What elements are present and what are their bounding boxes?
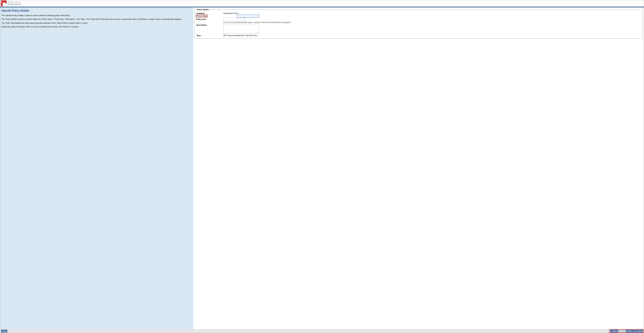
policy-manager-logo-icon xyxy=(1,0,6,6)
cancel-button[interactable]: Cancel xyxy=(635,330,643,332)
policy-details-fieldset: Policy Details Category: Operational Pol… xyxy=(195,8,642,38)
next-button[interactable]: Next > xyxy=(618,330,626,332)
row-type: Type: API Consumer Application Security … xyxy=(196,34,641,36)
back-button[interactable]: < Back xyxy=(610,330,618,332)
label-category: Category: xyxy=(196,12,223,14)
label-policy-key: Policy Key: xyxy=(196,18,223,20)
policy-name-group xyxy=(223,14,641,18)
help-button[interactable]: Help xyxy=(1,330,7,332)
sidebar-panel: Specify Policy Details The "Specify Poli… xyxy=(0,8,193,329)
value-category: Operational Policy xyxy=(223,12,641,14)
footer-bar: Help < Back Next > Finish > Cancel xyxy=(0,329,644,333)
row-description: Description: xyxy=(196,24,641,34)
row-category: Category: Operational Policy xyxy=(196,12,641,14)
content-panel: Policy Details Category: Operational Pol… xyxy=(193,8,644,329)
policy-details-legend: Policy Details xyxy=(196,8,209,10)
label-policy-name: Policy Name: xyxy=(196,14,223,17)
policy-key-input[interactable] xyxy=(223,18,245,21)
brand-line2: MANAGER™ xyxy=(8,4,22,6)
row-policy-name: Policy Name: xyxy=(196,14,641,18)
header-bar: POLICY MANAGER™ xyxy=(0,0,644,6)
policy-name-input[interactable] xyxy=(237,14,259,18)
label-description: Description: xyxy=(196,24,223,26)
sidebar-paragraph: The "Type" field displays the policy typ… xyxy=(2,22,192,24)
sidebar-title: Specify Policy Details xyxy=(2,9,192,12)
sidebar-paragraph: The "Specify Policy Details" screen is u… xyxy=(2,14,192,16)
brand-line1: POLICY xyxy=(8,1,22,4)
main-area: Specify Policy Details The "Specify Poli… xyxy=(0,8,644,329)
finish-button[interactable]: Finish > xyxy=(626,330,634,332)
brand-text: POLICY MANAGER™ xyxy=(8,1,22,6)
row-policy-key: Policy Key: If you do not provide this f… xyxy=(196,18,641,23)
policy-key-hint: If you do not provide this field value, … xyxy=(223,21,641,23)
label-type: Type: xyxy=(196,34,223,36)
app-window: POLICY MANAGER™ Specify Policy Details T… xyxy=(0,0,644,333)
sidebar-paragraph: The "Policy Details" section is used to … xyxy=(2,18,192,20)
sidebar-paragraph: Specify the policy information. After yo… xyxy=(2,26,192,28)
wizard-button-group: < Back Next > Finish > Cancel xyxy=(610,330,643,333)
description-textarea[interactable] xyxy=(223,24,259,34)
value-type: API Consumer Application Security Policy xyxy=(223,34,641,36)
